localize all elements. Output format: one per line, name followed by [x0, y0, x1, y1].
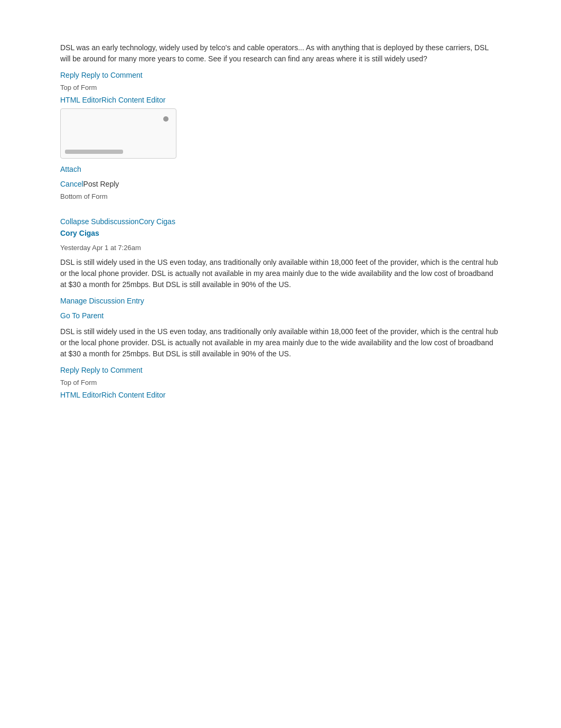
- collapse-subdiscussion-link[interactable]: Collapse Subdiscussion: [60, 217, 139, 226]
- first-bottom-of-form: Bottom of Form: [60, 192, 501, 200]
- subdiscussion-html-editor-link[interactable]: HTML Editor: [60, 391, 101, 399]
- first-editor-area[interactable]: [60, 108, 176, 159]
- subdiscussion-rich-content-editor-link[interactable]: Rich Content Editor: [101, 391, 165, 399]
- subdiscussion-reply-link[interactable]: Reply: [60, 366, 79, 374]
- editor-dot-icon: [163, 116, 169, 122]
- first-cancel-link[interactable]: Cancel: [60, 180, 83, 188]
- first-reply-link[interactable]: Reply: [60, 71, 79, 79]
- manage-discussion-entry-link[interactable]: Manage Discussion Entry: [60, 297, 144, 305]
- subdiscussion-timestamp: Yesterday Apr 1 at 7:26am: [60, 244, 501, 252]
- subdiscussion-body-text-2: DSL is still widely used in the US even …: [60, 326, 501, 360]
- subdiscussion-author-header-link[interactable]: Cory Cigas: [139, 217, 175, 226]
- first-post-reply-label: Post Reply: [83, 180, 119, 188]
- subdiscussion-author-name-link[interactable]: Cory Cigas: [60, 229, 99, 237]
- first-entry-body: DSL was an early technology, widely used…: [60, 42, 501, 64]
- editor-placeholder: [65, 150, 123, 154]
- go-to-parent-link[interactable]: Go To Parent: [60, 311, 104, 320]
- subdiscussion-body-text-1: DSL is still widely used in the US even …: [60, 257, 501, 290]
- first-rich-content-editor-link[interactable]: Rich Content Editor: [101, 96, 165, 104]
- subdiscussion-reply-to-comment-link[interactable]: Reply to Comment: [81, 366, 143, 374]
- first-top-of-form: Top of Form: [60, 84, 501, 91]
- first-html-editor-link[interactable]: HTML Editor: [60, 96, 101, 104]
- first-attach-link[interactable]: Attach: [60, 165, 81, 173]
- first-reply-to-comment-link[interactable]: Reply to Comment: [81, 71, 143, 79]
- subdiscussion-top-of-form: Top of Form: [60, 379, 501, 386]
